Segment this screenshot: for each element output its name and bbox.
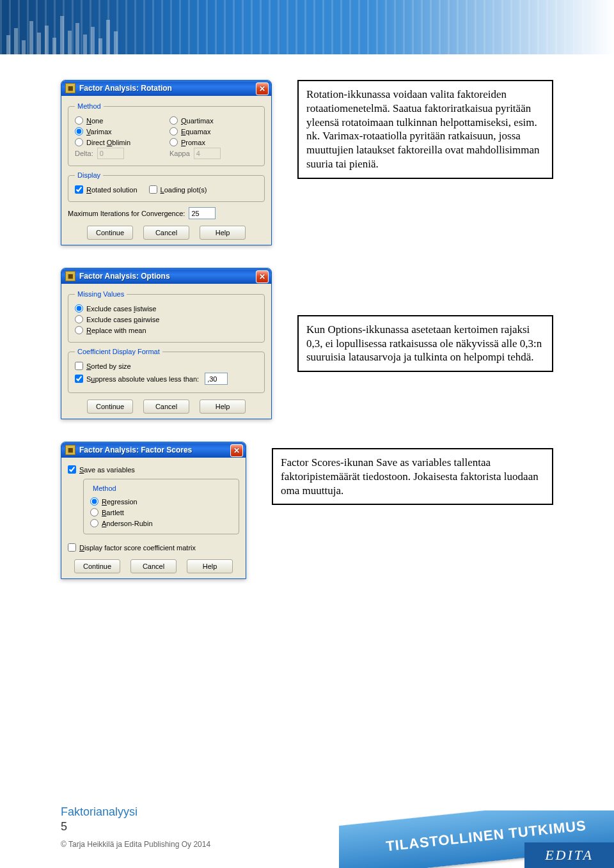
- close-icon[interactable]: ✕: [256, 270, 269, 283]
- scores-method-legend: Method: [90, 484, 119, 492]
- missing-fieldset: Missing Values Exclude cases listwise Ex…: [68, 290, 265, 343]
- rotation-dialog: ▦ Factor Analysis: Rotation ✕ Method Non…: [61, 80, 272, 245]
- spss-icon: ▦: [65, 83, 75, 93]
- maxiter-label: Maximum Iterations for Convergence:: [68, 210, 185, 217]
- suppress-input[interactable]: [205, 373, 228, 385]
- coef-legend: Coefficient Display Format: [75, 348, 162, 355]
- check-loading-plots[interactable]: [149, 185, 157, 194]
- radio-listwise[interactable]: [75, 304, 83, 313]
- scores-titlebar: ▦ Factor Analysis: Factor Scores ✕: [61, 442, 246, 458]
- radio-quartimax[interactable]: [169, 116, 178, 125]
- close-icon[interactable]: ✕: [230, 444, 243, 457]
- display-legend: Display: [75, 171, 103, 179]
- kappa-input: [194, 148, 221, 159]
- check-display-matrix[interactable]: [68, 543, 76, 552]
- scores-title: Factor Analysis: Factor Scores: [79, 446, 192, 454]
- scores-dialog: ▦ Factor Analysis: Factor Scores ✕ Save …: [61, 442, 246, 579]
- delta-label: Delta:: [75, 150, 93, 157]
- kappa-label: Kappa: [169, 150, 190, 157]
- radio-replace[interactable]: [75, 326, 83, 334]
- options-title: Factor Analysis: Options: [79, 272, 170, 281]
- display-fieldset: Display Rotated solution Loading plot(s): [68, 171, 265, 202]
- scores-description: Factor Scores-ikunan Save as variables t…: [272, 448, 553, 505]
- brand-logo: EDITA: [524, 842, 614, 868]
- check-sorted[interactable]: [75, 362, 83, 370]
- help-button[interactable]: Help: [200, 399, 246, 414]
- radio-anderson-rubin[interactable]: [90, 519, 98, 527]
- method-fieldset: Method None Quartimax Varimax Equamax Di…: [68, 102, 265, 166]
- help-button[interactable]: Help: [200, 226, 246, 240]
- check-rotated-solution[interactable]: [75, 185, 83, 194]
- radio-promax[interactable]: [169, 138, 178, 146]
- method-legend: Method: [75, 102, 104, 110]
- options-dialog: ▦ Factor Analysis: Options ✕ Missing Val…: [61, 268, 272, 419]
- maxiter-input[interactable]: [189, 207, 216, 219]
- close-icon[interactable]: ✕: [256, 82, 269, 95]
- header-banner: [0, 0, 614, 54]
- check-save-as-variables[interactable]: [68, 465, 76, 474]
- spss-icon: ▦: [65, 445, 75, 455]
- delta-input: [97, 148, 124, 159]
- continue-button[interactable]: Continue: [87, 399, 133, 414]
- radio-direct-oblimin[interactable]: [75, 138, 83, 146]
- missing-legend: Missing Values: [75, 290, 127, 298]
- radio-equamax[interactable]: [169, 127, 178, 136]
- spss-icon: ▦: [65, 271, 75, 281]
- radio-varimax[interactable]: [75, 127, 83, 136]
- check-suppress[interactable]: [75, 375, 83, 383]
- radio-none[interactable]: [75, 116, 83, 125]
- footer-right: TILASTOLLINEN TUTKIMUS EDITA: [339, 810, 614, 868]
- rotation-description: Rotation-ikkunassa voidaan valita faktor…: [297, 80, 553, 179]
- cancel-button[interactable]: Cancel: [143, 226, 189, 240]
- cancel-button[interactable]: Cancel: [143, 399, 189, 414]
- rotation-title: Factor Analysis: Rotation: [79, 84, 172, 93]
- radio-regression[interactable]: [90, 497, 98, 506]
- options-description: Kun Options-ikkunassa asetetaan kertoime…: [297, 315, 553, 372]
- continue-button[interactable]: Continue: [74, 559, 120, 573]
- help-button[interactable]: Help: [187, 559, 233, 573]
- scores-method-box: Method Regression Bartlett Anderson-Rubi…: [83, 479, 239, 534]
- rotation-titlebar: ▦ Factor Analysis: Rotation ✕: [61, 81, 271, 96]
- radio-pairwise[interactable]: [75, 315, 83, 323]
- continue-button[interactable]: Continue: [87, 226, 133, 240]
- radio-bartlett[interactable]: [90, 508, 98, 516]
- options-titlebar: ▦ Factor Analysis: Options ✕: [61, 268, 271, 284]
- coef-fieldset: Coefficient Display Format Sorted by siz…: [68, 348, 265, 393]
- cancel-button[interactable]: Cancel: [130, 559, 177, 573]
